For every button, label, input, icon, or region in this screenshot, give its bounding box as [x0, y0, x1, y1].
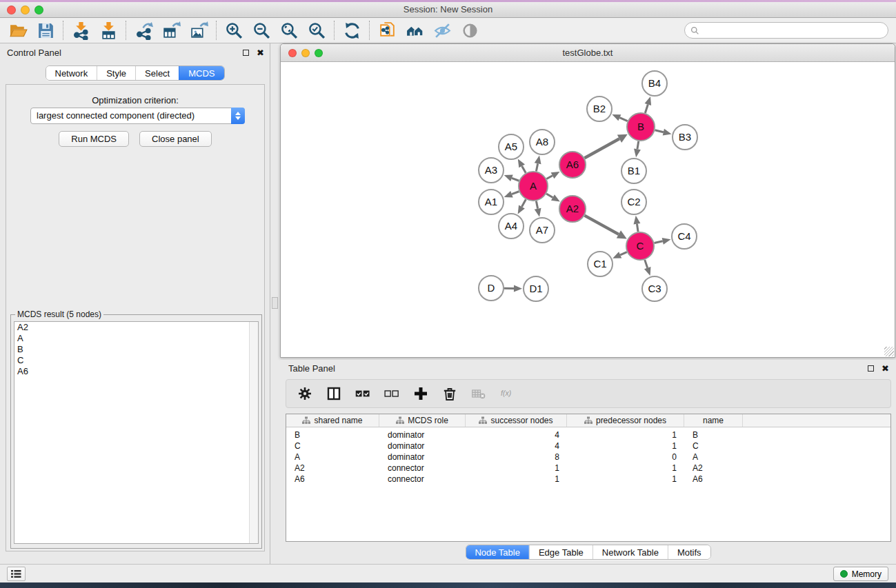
split-divider-grip[interactable]	[272, 297, 278, 309]
float-table-panel-icon[interactable]	[868, 365, 874, 372]
table-cell[interactable]: connector	[379, 463, 466, 473]
result-list-item[interactable]: C	[14, 355, 258, 366]
zoom-out-button[interactable]	[248, 19, 275, 41]
network-canvas[interactable]: AA1A2A3A4A5A6A7A8BB1B2B3B4CC1C2C3C4DD1	[281, 62, 895, 357]
memory-button[interactable]: Memory	[833, 567, 888, 581]
table-cell[interactable]: A2	[684, 463, 743, 473]
table-cell[interactable]: 1	[567, 463, 684, 473]
tab-select[interactable]: Select	[135, 66, 179, 80]
table-cell[interactable]: A2	[286, 463, 379, 473]
search-box[interactable]	[684, 22, 888, 39]
edge-C-C3[interactable]	[645, 260, 648, 268]
table-cell[interactable]: A6	[286, 474, 379, 484]
edge-A-A1[interactable]	[512, 192, 519, 194]
table-cell[interactable]: B	[286, 430, 379, 440]
edge-A-A7[interactable]	[536, 201, 537, 209]
table-row[interactable]: Cdominator41C	[286, 440, 890, 452]
network-close-icon[interactable]	[288, 49, 297, 57]
hide-selected-button[interactable]	[428, 19, 456, 41]
table-cell[interactable]: 0	[567, 452, 684, 462]
close-panel-button[interactable]: Close panel	[139, 131, 212, 147]
tab-node-table[interactable]: Node Table	[466, 545, 529, 559]
column-header-shared-name[interactable]: shared name	[286, 414, 379, 427]
run-mcds-button[interactable]: Run MCDS	[59, 131, 129, 147]
search-input[interactable]	[703, 26, 882, 36]
table-settings-gear-button[interactable]	[293, 382, 317, 405]
tab-edge-table[interactable]: Edge Table	[529, 545, 593, 559]
close-window-icon[interactable]	[7, 6, 16, 14]
table-row[interactable]: Adominator80A	[286, 452, 890, 463]
export-table-button[interactable]	[157, 19, 185, 41]
table-cell[interactable]: A	[286, 452, 379, 462]
edge-C-C2[interactable]	[637, 224, 638, 232]
network-minimize-icon[interactable]	[301, 49, 310, 57]
table-cell[interactable]: 1	[567, 441, 684, 451]
zoom-in-button[interactable]	[220, 19, 248, 41]
table-cell[interactable]: 4	[466, 441, 567, 451]
first-neighbors-button[interactable]	[401, 19, 428, 41]
network-zoom-icon[interactable]	[315, 49, 323, 57]
result-list-item[interactable]: A2	[14, 322, 258, 333]
table-cell[interactable]: dominator	[379, 452, 466, 462]
edge-A-A5[interactable]	[522, 166, 526, 173]
save-session-button[interactable]	[32, 19, 59, 41]
result-list-item[interactable]: A	[14, 333, 258, 344]
table-cell[interactable]: C	[684, 441, 743, 451]
split-divider[interactable]	[270, 43, 280, 564]
edge-B-B1[interactable]	[637, 141, 639, 150]
edge-C-C4[interactable]	[655, 241, 663, 243]
close-table-panel-icon[interactable]: ✖	[882, 365, 889, 372]
table-cell[interactable]: 1	[567, 474, 684, 484]
result-list-item[interactable]: B	[14, 344, 258, 355]
tab-mcds[interactable]: MCDS	[179, 66, 223, 80]
table-cell[interactable]: 4	[466, 430, 567, 440]
table-row[interactable]: Bdominator41B	[286, 429, 890, 440]
table-cell[interactable]: A	[684, 452, 743, 462]
minimize-window-icon[interactable]	[21, 6, 30, 14]
tab-style[interactable]: Style	[97, 66, 135, 80]
edge-A-A4[interactable]	[521, 199, 526, 207]
column-header-successor-nodes[interactable]: successor nodes	[466, 414, 567, 427]
table-cell[interactable]: dominator	[379, 441, 466, 451]
edge-A6-B[interactable]	[584, 139, 619, 158]
edge-B-B2[interactable]	[619, 118, 627, 121]
criterion-dropdown[interactable]: largest connected component (directed)	[30, 108, 245, 124]
import-table-button[interactable]	[94, 19, 122, 41]
edge-B-B4[interactable]	[645, 104, 648, 112]
split-columns-button[interactable]	[322, 382, 346, 405]
clone-network-button[interactable]	[373, 19, 401, 41]
export-image-button[interactable]	[185, 19, 212, 41]
edge-A-A3[interactable]	[512, 178, 519, 181]
column-header-name[interactable]: name	[684, 414, 743, 427]
add-column-plus-button[interactable]	[409, 382, 432, 405]
close-panel-icon[interactable]: ✖	[257, 50, 264, 57]
tab-network-table[interactable]: Network Table	[593, 545, 668, 559]
deselect-all-checks-button[interactable]	[380, 382, 404, 405]
zoom-fit-button[interactable]	[275, 19, 303, 41]
table-cell[interactable]: 1	[567, 430, 684, 440]
mcds-result-list[interactable]: A2ABCA6	[14, 321, 259, 544]
table-cell[interactable]: A6	[684, 474, 743, 484]
column-header-predecessor-nodes[interactable]: predecessor nodes	[567, 414, 684, 427]
table-row[interactable]: A2connector11A2	[286, 463, 890, 474]
table-cell[interactable]: C	[286, 441, 379, 451]
table-cell[interactable]: 8	[466, 452, 567, 462]
edge-A-A8[interactable]	[536, 163, 537, 171]
result-scrollbar[interactable]	[249, 322, 258, 543]
table-cell[interactable]: B	[684, 430, 743, 440]
edge-A-A2[interactable]	[546, 194, 552, 197]
table-row[interactable]: A6connector11A6	[286, 474, 890, 485]
select-all-checks-button[interactable]	[351, 382, 375, 405]
edge-A-A6[interactable]	[546, 176, 552, 179]
result-list-item[interactable]: A6	[14, 366, 258, 377]
import-network-button[interactable]	[67, 19, 94, 41]
table-cell[interactable]: dominator	[379, 430, 466, 440]
tab-network[interactable]: Network	[46, 66, 97, 80]
zoom-selected-button[interactable]	[303, 19, 330, 41]
edge-B-B3[interactable]	[655, 130, 663, 132]
open-session-button[interactable]	[4, 19, 32, 41]
table-cell[interactable]: 1	[466, 463, 567, 473]
edge-C-C1[interactable]	[620, 252, 627, 255]
column-header-MCDS-role[interactable]: MCDS role	[379, 414, 466, 427]
table-cell[interactable]: 1	[466, 474, 567, 484]
